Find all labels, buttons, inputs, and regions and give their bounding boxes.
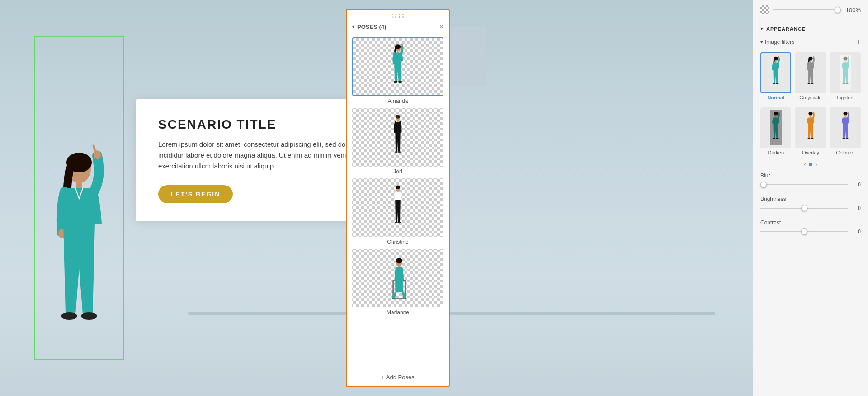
filter-grid: Normal Greysca: [753, 49, 868, 104]
svg-rect-37: [775, 61, 776, 63]
filter-grid-row2: Darken Overlay: [753, 104, 868, 159]
right-panel: 100% ▾ APPEARANCE ▾ Image filters +: [753, 0, 868, 396]
blur-slider-row: Blur 0: [753, 170, 868, 193]
nurse-svg: [43, 142, 115, 359]
blur-slider-track-row: 0: [760, 182, 861, 188]
contrast-slider-thumb[interactable]: [801, 228, 807, 235]
chevron-down-icon: ▾: [352, 24, 354, 29]
poses-panel-title: POSES (4): [357, 23, 386, 30]
brightness-value: 0: [852, 205, 861, 211]
svg-line-46: [813, 56, 813, 56]
filter-thumb-greyscale: [795, 52, 826, 93]
pose-item-christine[interactable]: Christine: [352, 178, 443, 245]
svg-rect-2: [76, 181, 82, 189]
image-filters-header: ▾ Image filters +: [753, 35, 868, 49]
svg-point-18: [395, 151, 397, 153]
svg-point-72: [848, 112, 849, 113]
svg-rect-22: [397, 191, 398, 192]
brightness-slider-track-row: 0: [760, 205, 861, 211]
filter-label-overlay: Overlay: [802, 150, 819, 155]
blur-label: Blur: [760, 172, 861, 179]
svg-line-39: [778, 56, 779, 56]
svg-point-41: [776, 83, 779, 84]
poses-drag-handle[interactable]: [347, 10, 449, 21]
prev-page-button[interactable]: ‹: [804, 161, 806, 168]
svg-point-16: [396, 115, 401, 119]
filter-label-normal: Normal: [767, 95, 784, 100]
blur-slider-track[interactable]: [760, 184, 848, 185]
svg-rect-44: [810, 61, 811, 63]
filter-item-lighten[interactable]: Lighten: [830, 52, 861, 100]
pose-thumbnail-amanda: [352, 37, 443, 96]
brightness-slider-track[interactable]: [760, 208, 848, 209]
filter-thumb-darken: [760, 107, 791, 148]
filter-item-normal[interactable]: Normal: [760, 52, 792, 100]
poses-header: ▾ POSES (4) ×: [347, 21, 449, 34]
pose-item-jeri[interactable]: Jeri: [352, 108, 443, 175]
svg-point-68: [811, 138, 814, 139]
blur-value: 0: [852, 182, 861, 188]
poses-list: Amanda Jeri: [347, 34, 449, 368]
svg-point-40: [773, 83, 776, 84]
opacity-row: 100%: [753, 0, 868, 20]
svg-point-13: [394, 81, 397, 83]
opacity-checker-icon: [760, 5, 769, 14]
filter-thumb-normal: [760, 52, 791, 93]
poses-header-left: ▾ POSES (4): [352, 23, 386, 30]
svg-point-48: [811, 83, 814, 84]
filter-item-overlay[interactable]: Overlay: [795, 107, 826, 155]
filter-label-darken: Darken: [768, 150, 784, 155]
contrast-slider-track[interactable]: [760, 231, 848, 232]
filter-item-colorize[interactable]: Colorize: [830, 107, 861, 155]
poses-panel: ▾ POSES (4) ×: [346, 9, 450, 387]
svg-rect-17: [397, 121, 398, 122]
blur-slider-thumb[interactable]: [760, 182, 767, 188]
character-selection-box[interactable]: [34, 36, 124, 360]
next-page-button[interactable]: ›: [815, 161, 817, 168]
svg-point-21: [396, 186, 401, 189]
filter-thumb-overlay: [795, 107, 826, 148]
svg-point-73: [842, 138, 845, 139]
pose-thumbnail-marianne: [352, 249, 443, 307]
brightness-slider-thumb[interactable]: [801, 205, 807, 211]
svg-point-74: [845, 138, 848, 139]
pose-thumbnail-christine: [352, 178, 443, 237]
filter-thumb-lighten: [830, 52, 861, 93]
opacity-value: 100%: [844, 7, 861, 14]
svg-point-19: [398, 151, 401, 153]
opacity-slider[interactable]: [773, 9, 841, 10]
pose-item-marianne[interactable]: Marianne: [352, 249, 443, 316]
svg-rect-29: [405, 280, 406, 295]
image-filters-label-group: ▾ Image filters: [760, 39, 794, 45]
filter-item-greyscale[interactable]: Greyscale: [795, 52, 826, 100]
filter-thumb-colorize: [830, 107, 861, 148]
svg-rect-62: [770, 110, 782, 145]
svg-rect-10: [397, 51, 398, 52]
appearance-label: APPEARANCE: [766, 26, 806, 32]
image-filters-label: Image filters: [765, 39, 794, 45]
appearance-section-header: ▾ APPEARANCE: [753, 20, 868, 35]
drag-dots: [392, 14, 405, 18]
svg-rect-28: [392, 298, 406, 298]
page-dot-1: [809, 163, 812, 166]
svg-line-12: [401, 43, 401, 44]
pose-item-amanda[interactable]: Amanda: [352, 37, 443, 104]
svg-point-14: [398, 81, 402, 83]
svg-point-34: [396, 258, 402, 263]
pose-thumbnail-jeri: [352, 108, 443, 167]
svg-rect-55: [840, 55, 851, 90]
close-button[interactable]: ×: [439, 23, 443, 30]
svg-point-70: [843, 112, 847, 115]
lets-begin-button[interactable]: LET'S BEGIN: [158, 185, 233, 203]
add-poses-button[interactable]: + Add Poses: [347, 368, 449, 386]
contrast-label: Contrast: [760, 219, 861, 226]
contrast-slider-row: Contrast 0: [753, 217, 868, 240]
svg-point-67: [807, 138, 810, 139]
bg-desk: [188, 312, 715, 315]
svg-rect-71: [845, 116, 846, 118]
pose-label-amanda: Amanda: [388, 98, 408, 104]
filter-item-darken[interactable]: Darken: [760, 107, 792, 155]
filter-label-colorize: Colorize: [836, 150, 854, 155]
add-filter-button[interactable]: +: [856, 38, 861, 46]
opacity-slider-thumb[interactable]: [835, 7, 841, 13]
